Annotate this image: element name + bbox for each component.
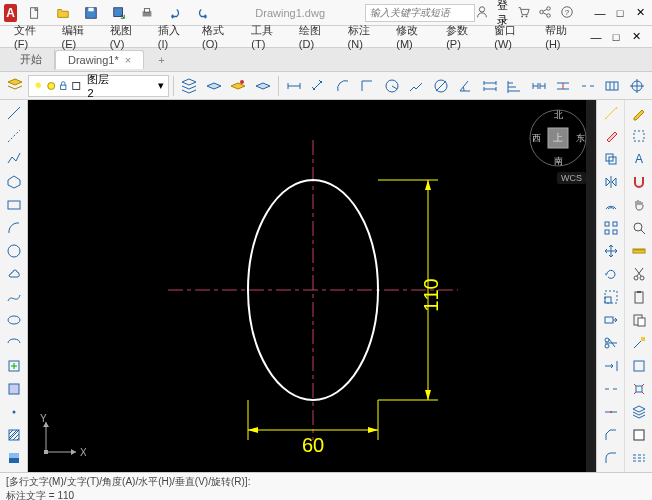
close-icon[interactable]: ✕: [632, 6, 648, 20]
dim-jogged-icon[interactable]: [405, 74, 427, 98]
rectangle-icon[interactable]: [2, 194, 26, 216]
mirror-icon[interactable]: [599, 171, 623, 193]
gradient-icon[interactable]: [2, 447, 26, 469]
block-icon[interactable]: [627, 355, 651, 377]
dim-linear-icon[interactable]: [283, 74, 305, 98]
hand-pan-icon[interactable]: [627, 194, 651, 216]
spline-icon[interactable]: [2, 286, 26, 308]
menu-tools[interactable]: 工具(T): [245, 21, 291, 52]
distance-icon[interactable]: [599, 102, 623, 124]
layer-states-icon[interactable]: [178, 74, 200, 98]
command-line[interactable]: [多行文字(M)/文字(T)/角度(A)/水平(H)/垂直(V)/旋转(R)]:…: [0, 472, 652, 500]
centermark-icon[interactable]: [626, 74, 648, 98]
line-icon[interactable]: [2, 102, 26, 124]
revcloud-icon[interactable]: [2, 263, 26, 285]
minimize-icon[interactable]: —: [592, 6, 608, 20]
menu-draw[interactable]: 绘图(D): [293, 21, 340, 52]
pencil-icon[interactable]: [627, 102, 651, 124]
select-icon[interactable]: [627, 125, 651, 147]
dim-radius-icon[interactable]: [381, 74, 403, 98]
make-block-icon[interactable]: [2, 378, 26, 400]
properties-match-icon[interactable]: [627, 332, 651, 354]
drawing-canvas[interactable]: 110 60 上 北 南 东 西 WCS: [28, 100, 596, 472]
ruler-icon[interactable]: [627, 240, 651, 262]
linetype-icon[interactable]: [627, 447, 651, 469]
cart-icon[interactable]: [516, 5, 530, 21]
menu-file[interactable]: 文件(F): [8, 21, 54, 52]
dim-angular-icon[interactable]: [454, 74, 476, 98]
circle-icon[interactable]: [2, 240, 26, 262]
menu-modify[interactable]: 修改(M): [390, 21, 438, 52]
tab-start[interactable]: 开始: [8, 49, 55, 70]
layer-iso-icon[interactable]: [227, 74, 249, 98]
clipboard-copy-icon[interactable]: [627, 286, 651, 308]
break-icon[interactable]: [599, 378, 623, 400]
dim-arc-icon[interactable]: [332, 74, 354, 98]
menu-help[interactable]: 帮助(H): [539, 21, 586, 52]
zoom-icon[interactable]: [627, 217, 651, 239]
menu-param[interactable]: 参数(P): [440, 21, 486, 52]
ellipse-icon[interactable]: [2, 309, 26, 331]
layers-stack-icon[interactable]: [627, 401, 651, 423]
scale-icon[interactable]: [599, 286, 623, 308]
ellipse-arc-icon[interactable]: [2, 332, 26, 354]
dim-ordinate-icon[interactable]: [356, 74, 378, 98]
user-icon[interactable]: [475, 5, 489, 21]
menu-dimension[interactable]: 标注(N): [342, 21, 389, 52]
stretch-icon[interactable]: [599, 309, 623, 331]
trim-icon[interactable]: [599, 332, 623, 354]
doc-close-icon[interactable]: ✕: [628, 30, 644, 44]
menu-view[interactable]: 视图(V): [104, 21, 150, 52]
polyline-icon[interactable]: [2, 148, 26, 170]
tab-close-icon[interactable]: ×: [125, 54, 131, 66]
layer-match-icon[interactable]: [251, 74, 273, 98]
dim-aligned-icon[interactable]: [307, 74, 329, 98]
join-icon[interactable]: [599, 401, 623, 423]
maximize-icon[interactable]: □: [612, 6, 628, 20]
menu-edit[interactable]: 编辑(E): [56, 21, 102, 52]
doc-minimize-icon[interactable]: —: [588, 30, 604, 44]
layer-selector[interactable]: 图层2 ▾: [28, 75, 168, 97]
app-logo-icon[interactable]: A: [4, 4, 17, 22]
dim-continue-icon[interactable]: [528, 74, 550, 98]
color-bylayer-icon[interactable]: [627, 424, 651, 446]
share-icon[interactable]: [538, 5, 552, 21]
dim-diameter-icon[interactable]: [430, 74, 452, 98]
point-icon[interactable]: [2, 401, 26, 423]
insert-block-icon[interactable]: [2, 355, 26, 377]
construction-line-icon[interactable]: [2, 125, 26, 147]
view-cube[interactable]: 上 北 南 东 西: [528, 108, 588, 168]
doc-maximize-icon[interactable]: □: [608, 30, 624, 44]
dim-quick-icon[interactable]: [479, 74, 501, 98]
layer-previous-icon[interactable]: [202, 74, 224, 98]
copy-icon[interactable]: [599, 148, 623, 170]
array-icon[interactable]: [599, 217, 623, 239]
menu-insert[interactable]: 插入(I): [152, 21, 194, 52]
menu-format[interactable]: 格式(O): [196, 21, 243, 52]
tolerance-icon[interactable]: [601, 74, 623, 98]
search-input[interactable]: [365, 4, 475, 22]
tab-drawing1[interactable]: Drawing1*×: [55, 50, 144, 69]
polygon-icon[interactable]: [2, 171, 26, 193]
dim-break-icon[interactable]: [577, 74, 599, 98]
erase-icon[interactable]: [599, 125, 623, 147]
fillet-icon[interactable]: [599, 447, 623, 469]
chamfer-icon[interactable]: [599, 424, 623, 446]
extend-icon[interactable]: [599, 355, 623, 377]
tab-add-icon[interactable]: +: [152, 52, 170, 68]
dim-baseline-icon[interactable]: [503, 74, 525, 98]
menu-window[interactable]: 窗口(W): [488, 21, 537, 52]
layer-manager-icon[interactable]: [4, 74, 26, 98]
help-icon[interactable]: ?: [560, 5, 574, 21]
cut-icon[interactable]: [627, 263, 651, 285]
dim-space-icon[interactable]: [552, 74, 574, 98]
rotate-icon[interactable]: [599, 263, 623, 285]
move-icon[interactable]: [599, 240, 623, 262]
clipboard-paste-icon[interactable]: [627, 309, 651, 331]
text-icon[interactable]: A: [627, 148, 651, 170]
magnet-icon[interactable]: [627, 171, 651, 193]
hatch-icon[interactable]: [2, 424, 26, 446]
explode-icon[interactable]: [627, 378, 651, 400]
offset-icon[interactable]: [599, 194, 623, 216]
scrollbar-vertical[interactable]: [586, 100, 596, 472]
